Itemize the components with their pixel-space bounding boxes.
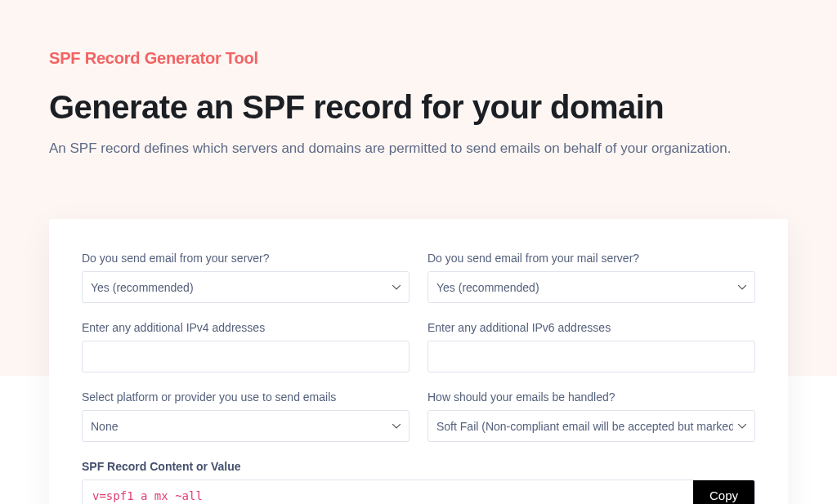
select-handling[interactable]: Soft Fail (Non-compliant email will be a… [427,410,755,442]
eyebrow: SPF Record Generator Tool [49,49,788,68]
page-container: SPF Record Generator Tool Generate an SP… [0,0,837,504]
select-platform[interactable]: None [82,410,410,442]
page-subtitle: An SPF record defines which servers and … [49,140,788,157]
label-server: Do you send email from your server? [82,252,410,265]
output-bar: v=spf1 a mx ~all Copy [82,479,755,504]
label-ipv6: Enter any additional IPv6 addresses [427,321,755,334]
field-server: Do you send email from your server? Yes … [82,252,410,303]
copy-button[interactable]: Copy [693,480,754,504]
select-mailserver[interactable]: Yes (recommended) [427,271,755,303]
label-platform: Select platform or provider you use to s… [82,390,410,404]
label-handling: How should your emails be handled? [427,390,755,404]
field-mailserver: Do you send email from your mail server?… [427,252,755,303]
select-server[interactable]: Yes (recommended) [82,271,410,303]
output-value[interactable]: v=spf1 a mx ~all [83,480,693,504]
field-output: SPF Record Content or Value v=spf1 a mx … [82,460,755,504]
field-ipv6: Enter any additional IPv6 addresses [427,321,755,372]
label-output: SPF Record Content or Value [82,460,755,473]
form-card: Do you send email from your server? Yes … [49,219,788,504]
label-ipv4: Enter any additional IPv4 addresses [82,321,410,334]
input-ipv6[interactable] [427,341,755,372]
input-ipv4[interactable] [82,341,410,372]
page-title: Generate an SPF record for your domain [49,89,788,126]
field-handling: How should your emails be handled? Soft … [427,390,755,442]
label-mailserver: Do you send email from your mail server? [427,252,755,265]
field-platform: Select platform or provider you use to s… [82,390,410,442]
field-ipv4: Enter any additional IPv4 addresses [82,321,410,372]
